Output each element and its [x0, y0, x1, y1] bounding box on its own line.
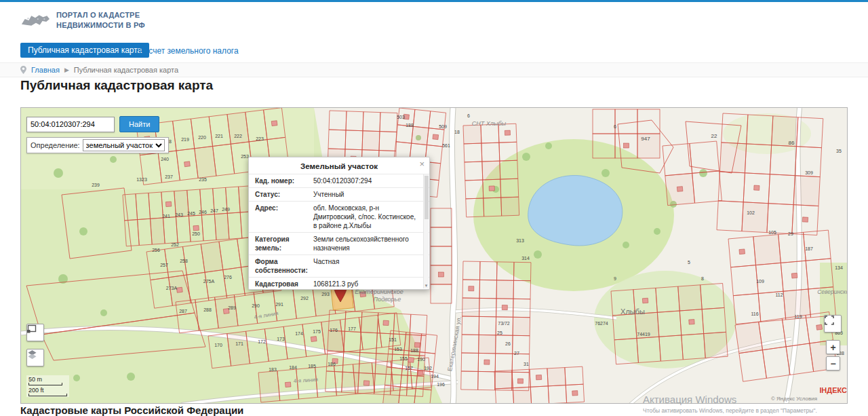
parcel[interactable] — [479, 335, 496, 353]
parcel[interactable] — [548, 385, 566, 404]
cadastral-number-input[interactable] — [26, 117, 115, 132]
parcel[interactable] — [461, 371, 478, 390]
parcel[interactable] — [328, 330, 345, 352]
parcel[interactable] — [342, 352, 360, 373]
parcel[interactable] — [293, 285, 316, 318]
parcel[interactable] — [530, 386, 549, 404]
parcel[interactable] — [201, 214, 216, 241]
parcel[interactable] — [342, 372, 359, 393]
parcel[interactable] — [722, 113, 748, 144]
parcel[interactable] — [786, 343, 814, 375]
parcel[interactable] — [495, 388, 513, 404]
parcel[interactable] — [163, 217, 178, 244]
parcel[interactable] — [463, 125, 481, 144]
parcel[interactable] — [151, 218, 165, 244]
parcel[interactable] — [234, 292, 257, 326]
parcel[interactable] — [346, 111, 363, 131]
parcel[interactable] — [462, 335, 479, 353]
parcel[interactable] — [778, 232, 806, 263]
parcel[interactable] — [420, 334, 437, 354]
parcel[interactable] — [258, 371, 280, 402]
close-icon[interactable]: × — [419, 159, 425, 169]
parcel[interactable] — [513, 387, 531, 404]
parcel[interactable] — [465, 180, 484, 199]
parcel[interactable] — [464, 143, 482, 162]
parcel[interactable] — [733, 293, 761, 324]
parcel[interactable] — [360, 332, 378, 353]
parcel[interactable] — [500, 178, 519, 197]
parcel[interactable] — [745, 144, 771, 174]
parcel[interactable] — [176, 216, 191, 242]
zoom-out-button[interactable]: − — [826, 356, 840, 371]
parcel[interactable] — [690, 141, 719, 173]
parcel[interactable] — [615, 109, 637, 134]
parcel[interactable] — [657, 311, 681, 337]
parcel[interactable] — [462, 316, 479, 335]
parcel[interactable] — [501, 197, 519, 216]
parcel[interactable] — [759, 318, 787, 349]
site-logo[interactable]: ПОРТАЛ О КАДАСТРЕ НЕДВИЖИМОСТИ В РФ — [20, 10, 145, 31]
parcel[interactable] — [412, 126, 429, 145]
parcel[interactable] — [484, 197, 502, 216]
parcel[interactable] — [614, 339, 638, 364]
parcel[interactable] — [481, 143, 500, 162]
parcel[interactable] — [362, 131, 380, 151]
parcel[interactable] — [497, 262, 514, 280]
tab-land-tax[interactable]: Расчет земельного налога — [139, 46, 239, 56]
parcel[interactable] — [692, 171, 722, 203]
parcel[interactable] — [499, 142, 517, 161]
parcel[interactable] — [479, 298, 496, 316]
parcel[interactable] — [613, 314, 637, 340]
parcel[interactable] — [593, 134, 615, 158]
parcel[interactable] — [465, 162, 483, 181]
parcel[interactable] — [195, 297, 218, 330]
parcel[interactable] — [462, 298, 479, 316]
parcel[interactable] — [768, 174, 795, 205]
parcel[interactable] — [410, 314, 427, 335]
parcel[interactable] — [804, 230, 831, 261]
parcel[interactable] — [637, 109, 660, 134]
parcel[interactable] — [739, 350, 767, 381]
scrollbar-thumb[interactable] — [425, 176, 429, 219]
find-button[interactable]: Найти — [119, 116, 159, 132]
parcel[interactable] — [637, 337, 660, 362]
parcel[interactable] — [704, 332, 728, 358]
layers-button[interactable] — [26, 349, 44, 366]
parcel[interactable] — [466, 198, 484, 217]
parcel[interactable] — [125, 220, 140, 246]
parcel[interactable] — [416, 371, 433, 390]
parcel[interactable] — [782, 315, 810, 346]
parcel[interactable] — [731, 265, 759, 296]
parcel[interactable] — [329, 111, 347, 130]
parcel[interactable] — [461, 353, 478, 371]
parcel[interactable] — [767, 204, 793, 234]
parcel[interactable] — [793, 176, 820, 206]
parcel[interactable] — [413, 109, 430, 128]
parcel[interactable] — [345, 130, 363, 150]
parcel[interactable] — [479, 280, 496, 298]
parcel[interactable] — [496, 280, 513, 299]
breadcrumb-home-link[interactable]: Главная — [31, 66, 60, 74]
parcel[interactable] — [400, 368, 418, 388]
parcel[interactable] — [431, 208, 452, 227]
parcel[interactable] — [328, 130, 346, 149]
parcel[interactable] — [431, 227, 452, 246]
parcel[interactable] — [136, 193, 151, 219]
parcel[interactable] — [663, 144, 692, 176]
parcel[interactable] — [383, 385, 401, 404]
parcel[interactable] — [513, 280, 530, 299]
parcel[interactable] — [138, 219, 153, 245]
parcel[interactable] — [359, 352, 376, 373]
parcel[interactable] — [678, 285, 702, 311]
parcel[interactable] — [547, 368, 566, 386]
scroll-down-icon[interactable]: ▾ — [424, 282, 429, 288]
parcel[interactable] — [717, 201, 743, 231]
parcel[interactable] — [682, 334, 705, 360]
parcel[interactable] — [756, 263, 784, 293]
parcel[interactable] — [227, 212, 242, 239]
parcel[interactable] — [344, 331, 361, 352]
fullscreen-button[interactable] — [824, 315, 842, 333]
parcel[interactable] — [363, 112, 380, 132]
parcel[interactable] — [593, 109, 615, 134]
parcel[interactable] — [361, 312, 378, 333]
